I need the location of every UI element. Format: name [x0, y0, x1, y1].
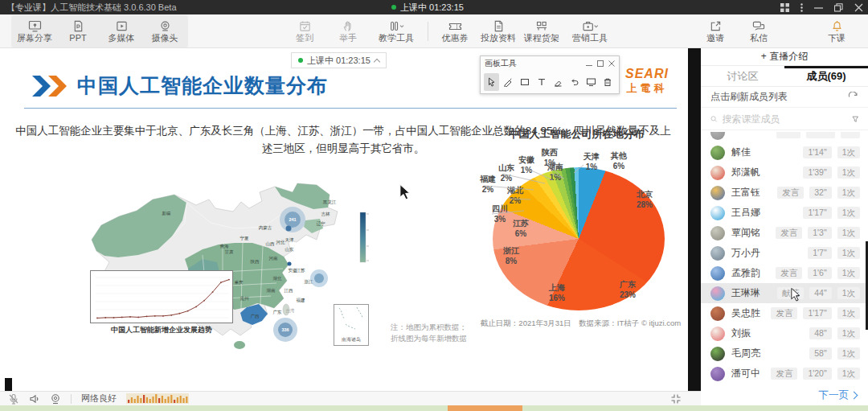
- member-row[interactable]: 王琳琳献花44"1次: [701, 283, 868, 303]
- tool-undo[interactable]: [567, 73, 583, 91]
- multimedia-button[interactable]: 多媒体: [100, 15, 143, 47]
- panel-close-icon[interactable]: [608, 60, 615, 67]
- panel-minimize-icon[interactable]: [586, 60, 592, 67]
- hand-icon: [342, 20, 354, 32]
- filter-funnel-icon[interactable]: [852, 114, 859, 124]
- member-row[interactable]: 刘振48"1次: [701, 323, 868, 343]
- ppt-button[interactable]: PPT: [56, 15, 100, 47]
- main-toolbar: 屏幕分享 PPT 多媒体 摄像头 签到 举手 教学工具: [0, 14, 868, 48]
- tab-discussion[interactable]: 讨论区: [701, 66, 784, 86]
- close-button[interactable]: [854, 3, 863, 12]
- svg-text:河南: 河南: [269, 256, 279, 261]
- member-name: 孟雅韵: [731, 266, 760, 280]
- tool-text[interactable]: [534, 73, 549, 91]
- marketing-tools-button[interactable]: 营销工具: [563, 15, 616, 47]
- tool-rectangle[interactable]: [517, 73, 532, 91]
- collapse-toolbar-icon[interactable]: [670, 394, 682, 404]
- badge-placeholder: [841, 132, 860, 138]
- tool-trash[interactable]: [600, 73, 616, 91]
- svg-text:辽宁: 辽宁: [317, 220, 326, 226]
- microphone-muted-icon[interactable]: [8, 393, 19, 405]
- member-name: 王富钰: [731, 186, 760, 199]
- minimize-button[interactable]: [814, 3, 823, 12]
- ppt-icon: [72, 20, 84, 32]
- member-row[interactable]: 覃闻铭发言1'3"1次: [701, 223, 868, 243]
- member-search: [701, 108, 868, 130]
- shelf-icon: [535, 20, 548, 32]
- member-row[interactable]: [701, 132, 868, 142]
- invite-button[interactable]: 邀请: [694, 15, 737, 47]
- check-in-button[interactable]: 签到: [283, 15, 326, 47]
- teaching-tools-button[interactable]: 教学工具: [370, 15, 423, 47]
- end-class-button[interactable]: 下课: [815, 15, 858, 47]
- member-name: 郑潇帆: [731, 166, 760, 179]
- refresh-member-list[interactable]: 点击刷新成员列表: [701, 87, 868, 108]
- member-row[interactable]: 毛周亮58"1次: [701, 343, 868, 364]
- member-row[interactable]: 吴忠胜发言1'17"1次: [701, 303, 868, 323]
- action-badge: 发言: [777, 187, 804, 199]
- document-icon: [493, 20, 505, 32]
- svg-text:内蒙古: 内蒙古: [259, 225, 272, 230]
- webcam-status-icon[interactable]: [50, 393, 61, 405]
- count-badge: 1次: [837, 267, 860, 280]
- member-row[interactable]: 万小丹1'7"1次: [701, 243, 868, 263]
- svg-text:陕西: 陕西: [251, 259, 260, 265]
- svg-text:湖北: 湖北: [272, 276, 283, 282]
- marketing-tools-icon: [582, 20, 599, 32]
- panel-maximize-icon[interactable]: [597, 60, 604, 67]
- badge-placeholder: [776, 132, 800, 138]
- raise-hand-button[interactable]: 举手: [326, 15, 370, 47]
- more-menu-icon[interactable]: [800, 3, 803, 12]
- count-badge: 1次: [837, 146, 860, 159]
- svg-text:江西: 江西: [285, 288, 294, 294]
- next-page-link[interactable]: 下一页: [819, 388, 858, 402]
- live-dot-icon: [298, 58, 303, 63]
- count-badge: 1次: [837, 327, 860, 340]
- member-row[interactable]: 解佳1'14"1次: [701, 142, 868, 162]
- pie-slice-label: 广东23%: [612, 280, 644, 300]
- member-row[interactable]: 潘可中发言1'20"1次: [701, 364, 868, 384]
- speaker-icon[interactable]: [29, 393, 40, 405]
- tool-eraser[interactable]: [551, 73, 566, 91]
- push-materials-button[interactable]: 投放资料: [477, 15, 520, 47]
- pie-slice-label: 湖北2%: [499, 186, 531, 206]
- avatar: [710, 186, 725, 200]
- taskbar-strip: [0, 405, 868, 411]
- pen-icon: [503, 77, 513, 87]
- member-name: 解佳: [731, 146, 751, 159]
- tab-members[interactable]: 成员(69): [784, 66, 868, 86]
- app-window: 【专业课】人工智能技术基础 3.0.6.30 Beta 上课中 01:23:15…: [0, 0, 868, 411]
- floating-class-status[interactable]: 上课中 01:23:15: [291, 52, 387, 68]
- apps-grid-icon[interactable]: [780, 3, 789, 12]
- count-badge: 1次: [837, 347, 860, 360]
- action-badge: 献花: [777, 287, 804, 300]
- right-sidebar: + 直播介绍 讨论区 成员(69) 点击刷新成员列表 解佳1'14"1次郑潇帆1…: [701, 48, 868, 405]
- live-intro-button[interactable]: + 直播介绍: [701, 48, 868, 66]
- coupon-button[interactable]: 优惠券: [433, 15, 477, 47]
- badge-placeholder: [806, 132, 835, 138]
- tool-select[interactable]: [484, 73, 499, 91]
- member-row[interactable]: 王吕娜1'17"1次: [701, 203, 868, 223]
- media-button-group: 屏幕分享 PPT 多媒体 摄像头: [11, 15, 188, 47]
- screen-share-button[interactable]: 屏幕分享: [13, 15, 56, 47]
- course-shelf-button[interactable]: 课程货架: [520, 15, 563, 47]
- restore-button[interactable]: [834, 3, 843, 12]
- direct-message-button[interactable]: 私信: [737, 15, 780, 47]
- avatar: [710, 132, 725, 140]
- invite-share-icon: [710, 20, 722, 32]
- screen-share-icon: [28, 20, 42, 32]
- speak-time-badge: 1'3": [808, 227, 831, 240]
- speak-time-badge: 1'17": [803, 207, 831, 220]
- member-row[interactable]: 王富钰发言32"1次: [701, 183, 868, 203]
- member-list: 解佳1'14"1次郑潇帆1'39"1次王富钰发言32"1次王吕娜1'17"1次覃…: [701, 132, 868, 386]
- trend-inset-chart: [90, 270, 233, 323]
- avatar: [710, 166, 725, 180]
- class-status: 上课中 01:23:15: [391, 2, 464, 14]
- svg-text:广东: 广东: [273, 310, 283, 314]
- search-input[interactable]: [723, 113, 847, 125]
- member-row[interactable]: 孟雅韵发言1'6"1次: [701, 263, 868, 283]
- tool-pen[interactable]: [501, 73, 516, 91]
- member-row[interactable]: 郑潇帆1'39"1次: [701, 162, 868, 183]
- tool-board[interactable]: [583, 73, 599, 91]
- camera-button[interactable]: 摄像头: [143, 15, 186, 47]
